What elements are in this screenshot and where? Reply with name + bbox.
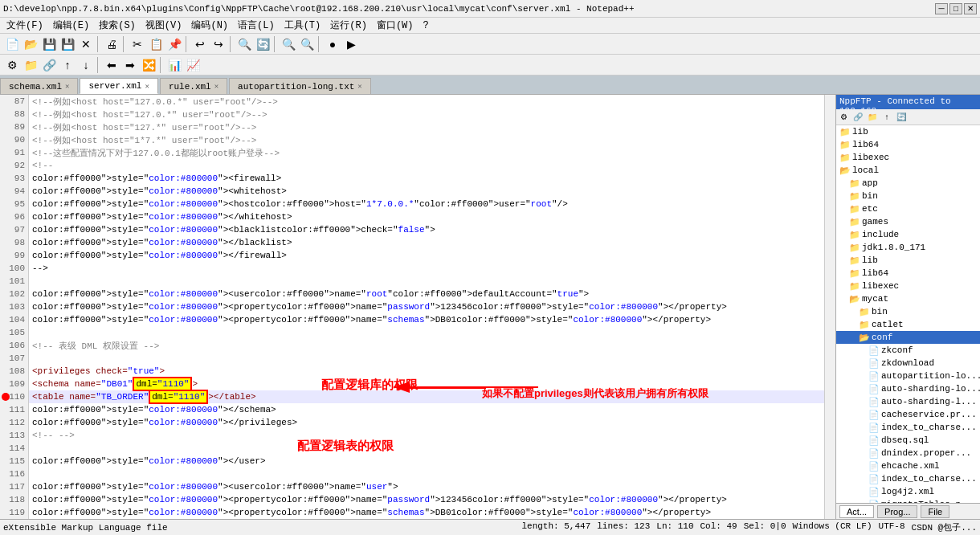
tree-item-cacheservice-pr---[interactable]: 📄cacheservice.pr... — [836, 408, 980, 421]
menu-window[interactable]: 窗口(W) — [372, 17, 419, 34]
code-line-87[interactable]: <!--例如<host host="127.0.0.*" user="root"… — [29, 95, 824, 108]
new-button[interactable]: 📄 — [3, 35, 21, 53]
tb2-btn9[interactable]: 📊 — [165, 56, 183, 74]
tree-item-libexec[interactable]: 📁libexec — [836, 280, 980, 292]
menu-language[interactable]: 语言(L) — [233, 17, 280, 34]
code-line-112[interactable]: color:#ff0000">style="color:#800000"></p… — [29, 416, 824, 429]
code-line-110[interactable]: <table name="TB_ORDER" dml="1110"></tabl… — [29, 390, 824, 403]
minimize-button[interactable]: ─ — [935, 3, 948, 14]
tree-item-auto-sharding-l---[interactable]: 📄auto-sharding-l... — [836, 395, 980, 408]
tree-item-jdk1-8-0-171[interactable]: 📁jdk1.8.0_171 — [836, 241, 980, 254]
menu-encoding[interactable]: 编码(N) — [186, 17, 233, 34]
menu-view[interactable]: 视图(V) — [141, 17, 187, 34]
close-button-tb[interactable]: ✕ — [77, 35, 95, 53]
code-line-93[interactable]: color:#ff0000">style="color:#800000"><fi… — [29, 172, 824, 185]
tree-item-zkconf[interactable]: 📄zkconf — [836, 344, 980, 357]
code-line-94[interactable]: color:#ff0000">style="color:#800000"><wh… — [29, 185, 824, 198]
macro-button[interactable]: ● — [324, 35, 341, 53]
rp-btn3[interactable]: 📁 — [866, 111, 879, 124]
code-line-98[interactable]: color:#ff0000">style="color:#800000"></b… — [29, 236, 824, 249]
code-line-109[interactable]: <schema name="DB01" dml="1110"> — [29, 378, 824, 390]
code-line-105[interactable] — [29, 326, 824, 339]
code-line-116[interactable] — [29, 468, 824, 480]
bottom-tab-act[interactable]: Act... — [839, 505, 874, 518]
code-line-104[interactable]: color:#ff0000">style="color:#800000"><pr… — [29, 313, 824, 326]
code-line-106[interactable]: <!-- 表级 DML 权限设置 --> — [29, 339, 824, 352]
code-line-92[interactable]: <!-- — [29, 159, 824, 172]
code-line-102[interactable]: color:#ff0000">style="color:#800000"><us… — [29, 288, 824, 300]
undo-button[interactable]: ↩ — [191, 35, 209, 53]
save-button[interactable]: 💾 — [40, 35, 58, 53]
tab-autopartition[interactable]: autopartition-long.txt ✕ — [229, 78, 371, 94]
rp-btn4[interactable]: ↑ — [880, 111, 893, 124]
file-tree[interactable]: 📁lib📁lib64📁libexec📂local📁app📁bin📁etc📁gam… — [836, 125, 980, 503]
tb2-btn3[interactable]: 🔗 — [40, 56, 58, 74]
menu-edit[interactable]: 编辑(E) — [48, 17, 95, 34]
bottom-tab-file[interactable]: File — [921, 505, 949, 518]
tree-item-games[interactable]: 📁games — [836, 215, 980, 228]
tree-item-bin[interactable]: 📁bin — [836, 190, 980, 202]
tree-item-dbseq-sql[interactable]: 📄dbseq.sql — [836, 434, 980, 447]
replace-button[interactable]: 🔄 — [254, 35, 272, 53]
code-line-115[interactable]: color:#ff0000">style="color:#800000"></u… — [29, 455, 824, 468]
tb2-btn1[interactable]: ⚙ — [3, 56, 21, 74]
tree-item-log4j2-xml[interactable]: 📄log4j2.xml — [836, 485, 980, 498]
code-line-101[interactable] — [29, 275, 824, 288]
tb2-btn7[interactable]: ➡ — [121, 56, 139, 74]
tb2-btn6[interactable]: ⬅ — [103, 56, 120, 74]
tab-server[interactable]: server.xml ✕ — [80, 78, 157, 94]
code-line-97[interactable]: color:#ff0000">style="color:#800000"><bl… — [29, 223, 824, 236]
code-line-119[interactable]: color:#ff0000">style="color:#800000"><pr… — [29, 506, 824, 519]
tree-item-zkdownload[interactable]: 📄zkdownload — [836, 357, 980, 370]
tab-server-close[interactable]: ✕ — [145, 82, 149, 91]
cut-button[interactable]: ✂ — [129, 35, 146, 53]
rp-btn5[interactable]: 🔄 — [895, 111, 908, 124]
tree-item-autopartition-lo---[interactable]: 📄autopartition-lo... — [836, 370, 980, 382]
code-content[interactable]: <!--例如<host host="127.0.0.*" user="root"… — [29, 95, 824, 519]
open-button[interactable]: 📂 — [22, 35, 39, 53]
code-line-100[interactable]: --> — [29, 262, 824, 275]
menu-search[interactable]: 搜索(S) — [94, 17, 141, 34]
zoom-out-button[interactable]: 🔍 — [298, 35, 316, 53]
code-line-95[interactable]: color:#ff0000">style="color:#800000"><ho… — [29, 198, 824, 210]
tree-item-auto-sharding-lo---[interactable]: 📄auto-sharding-lo... — [836, 382, 980, 395]
tb2-btn8[interactable]: 🔀 — [140, 56, 157, 74]
menu-run[interactable]: 运行(R) — [325, 17, 372, 34]
tree-item-app[interactable]: 📁app — [836, 177, 980, 190]
tb2-btn2[interactable]: 📁 — [22, 56, 39, 74]
rp-btn2[interactable]: 🔗 — [851, 111, 864, 124]
code-line-88[interactable]: <!--例如<host host="127.0.*" user="root"/>… — [29, 108, 824, 120]
code-line-91[interactable]: <!--这些配置情况下对于127.0.0.1都能以root账户登录--> — [29, 146, 824, 159]
tree-item-lib64[interactable]: 📁lib64 — [836, 138, 980, 151]
tree-item-ehcache-xml[interactable]: 📄ehcache.xml — [836, 459, 980, 472]
menu-help[interactable]: ? — [418, 18, 433, 33]
tab-schema[interactable]: schema.xml ✕ — [0, 78, 78, 94]
copy-button[interactable]: 📋 — [147, 35, 165, 53]
tab-autopartition-close[interactable]: ✕ — [357, 82, 361, 91]
tb2-btn4[interactable]: ↑ — [59, 56, 76, 74]
code-line-96[interactable]: color:#ff0000">style="color:#800000"></w… — [29, 210, 824, 223]
code-line-108[interactable]: <privileges check="true"> — [29, 365, 824, 378]
paste-button[interactable]: 📌 — [165, 35, 183, 53]
tb2-btn5[interactable]: ↓ — [77, 56, 95, 74]
tree-item-bin[interactable]: 📁bin — [836, 305, 980, 318]
tb2-btn10[interactable]: 📈 — [184, 56, 202, 74]
tab-rule-close[interactable]: ✕ — [214, 82, 218, 91]
save-all-button[interactable]: 💾 — [59, 35, 76, 53]
tree-item-index-to-charse---[interactable]: 📄index_to_charse... — [836, 472, 980, 485]
code-line-107[interactable] — [29, 352, 824, 365]
menu-file[interactable]: 文件(F) — [2, 17, 48, 34]
code-line-99[interactable]: color:#ff0000">style="color:#800000"></f… — [29, 249, 824, 262]
code-line-90[interactable]: <!--例如<host host="1*7.*" user="root"/>--… — [29, 133, 824, 146]
code-line-89[interactable]: <!--例如<host host="127.*" user="root"/>--… — [29, 120, 824, 133]
tree-item-conf[interactable]: 📂conf — [836, 331, 980, 344]
code-line-113[interactable]: <!-- --> — [29, 429, 824, 442]
tree-item-index-to-charse---[interactable]: 📄index_to_charse... — [836, 421, 980, 434]
bottom-tab-prog[interactable]: Prog... — [877, 505, 917, 518]
tree-item-lib64[interactable]: 📁lib64 — [836, 267, 980, 280]
tree-item-etc[interactable]: 📁etc — [836, 202, 980, 215]
tree-item-libexec[interactable]: 📁libexec — [836, 151, 980, 164]
tree-item-mycat[interactable]: 📂mycat — [836, 292, 980, 305]
code-line-111[interactable]: color:#ff0000">style="color:#800000"></s… — [29, 403, 824, 416]
maximize-button[interactable]: □ — [949, 3, 962, 14]
